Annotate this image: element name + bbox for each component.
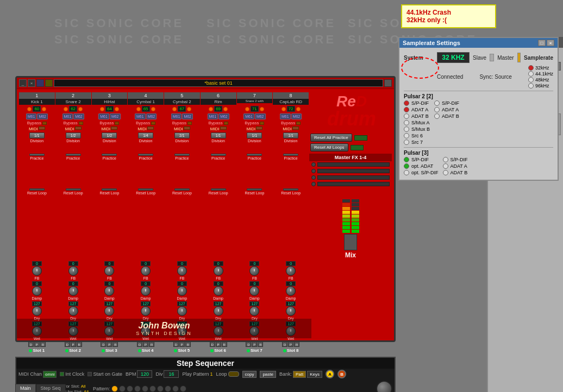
ch3-dry-knob[interactable] [104,306,114,316]
fx4-slider[interactable] [317,182,390,186]
ch3-bypass-led[interactable] [115,122,119,125]
pdot-3[interactable] [127,385,133,392]
p2r-adat-a-radio[interactable] [434,107,440,112]
ch2-m62[interactable]: M62 [73,113,84,119]
p2-spdif-radio[interactable] [404,100,409,106]
ch1-m62[interactable]: M62 [37,113,48,119]
ch6-p-btn[interactable]: P [216,342,221,347]
ch5-m61[interactable]: M61 [171,113,182,119]
ch1-d-btn[interactable]: D [28,342,34,347]
ch3-practice-btn[interactable] [102,154,117,156]
reset-all-loops-btn[interactable]: Reset All Loops [310,143,348,151]
p2r-spdif-radio[interactable] [434,100,440,106]
ch3-p-btn[interactable]: P [107,342,112,347]
ch8-bypass-led[interactable] [296,122,301,125]
bank-b-btn[interactable]: B [337,370,346,378]
pdot-8[interactable] [165,385,171,392]
ch8-division-btn[interactable]: 1/1 [283,132,298,138]
bank-a-btn[interactable]: A [326,370,334,378]
ch4-reset-loop-btn[interactable] [138,188,153,191]
ch8-r-btn[interactable]: R [294,342,299,347]
ch2-midi-led[interactable] [75,127,82,130]
sr-48khz-radio[interactable] [528,77,534,83]
ch4-r-btn[interactable]: R [149,342,154,347]
ch1-damp-knob[interactable] [32,286,42,296]
fx3-led[interactable] [311,175,316,180]
ch3-r-btn[interactable]: R [112,342,118,347]
ch1-dry-knob[interactable] [32,306,42,316]
p3r-spdif-radio[interactable] [443,157,448,162]
ch5-led-right[interactable] [187,107,191,111]
pdot-9[interactable] [172,385,179,392]
ch2-bypass-led[interactable] [79,122,83,125]
ch8-fb-knob[interactable] [286,266,296,276]
ch2-damp-knob[interactable] [68,286,78,296]
main-tab[interactable]: Main [15,384,36,392]
ch8-midi-led[interactable] [292,127,299,130]
ch1-bypass-led[interactable] [42,122,47,125]
slot4-led[interactable] [138,349,141,352]
ch3-m62[interactable]: M62 [110,113,121,119]
ch6-practice-btn[interactable] [211,154,226,156]
ch1-midi-led[interactable] [39,127,45,130]
ch3-division-btn[interactable]: 1/2 [102,132,117,138]
ch8-reset-loop-btn[interactable] [283,188,298,191]
ch7-led-left[interactable] [245,107,249,111]
ch4-dry-knob[interactable] [141,306,151,316]
ch4-damp-knob[interactable] [141,286,151,296]
sr-441khz-radio[interactable] [528,71,534,77]
ch7-m62[interactable]: M62 [255,113,266,119]
dm-copy-icon[interactable] [36,79,44,87]
pdot-2[interactable] [119,385,126,392]
ch1-reset-loop-btn[interactable] [29,188,45,191]
ch1-m61[interactable]: M61 [26,113,37,119]
slot2-led[interactable] [65,349,68,352]
ch8-practice-btn[interactable] [283,154,298,156]
ch7-division-btn[interactable]: 1/1 [247,132,262,138]
p3r-adat-a-radio[interactable] [443,163,448,169]
pdot-1[interactable] [111,385,118,392]
ch5-r-btn[interactable]: R [185,342,191,347]
start-gate-check[interactable] [87,372,92,376]
ch6-dry-knob[interactable] [214,306,223,316]
seq-tempo-knob[interactable] [376,381,392,392]
ch6-reset-loop-btn[interactable] [211,188,226,191]
ch5-dry-knob[interactable] [177,306,187,316]
ch2-dry-knob[interactable] [68,306,78,316]
ch8-led-left[interactable] [282,107,286,111]
fx1-led[interactable] [311,162,316,167]
ch2-reset-loop-btn[interactable] [66,188,81,191]
ch3-damp-knob[interactable] [104,286,114,296]
ch2-m61[interactable]: M61 [62,113,73,119]
p3-spdif-radio[interactable] [404,157,409,162]
p2-smux-b-radio[interactable] [404,127,409,132]
ch3-led-left[interactable] [100,107,104,111]
ch5-damp-knob[interactable] [177,286,187,296]
dm-close-button[interactable]: × [28,79,35,87]
ch6-led-left[interactable] [209,107,213,111]
ch4-practice-btn[interactable] [138,154,153,156]
ch2-led-left[interactable] [64,107,68,111]
ch1-p-btn[interactable]: P [34,342,40,347]
ch6-damp-knob[interactable] [214,286,223,296]
keys-btn[interactable]: Keys [307,371,322,378]
p2-src7-radio[interactable] [404,140,409,145]
ch8-m62[interactable]: M62 [291,113,302,119]
ch4-division-btn[interactable]: 1/4 [138,132,153,138]
dm-menu-icon[interactable] [384,79,392,87]
p3-adat-radio[interactable] [404,163,409,169]
ch5-led-left[interactable] [172,107,177,111]
pdot-4[interactable] [134,385,141,392]
ch8-d-btn[interactable]: D [282,342,287,347]
ch3-d-btn[interactable]: D [101,342,106,347]
ch7-bypass-led[interactable] [260,122,264,125]
paste-btn[interactable]: paste [260,371,276,378]
ch6-division-btn[interactable]: 1/1 [211,132,226,138]
slot5-led[interactable] [174,349,177,352]
loop-toggle[interactable] [228,371,239,377]
ch2-practice-btn[interactable] [66,154,81,156]
ch2-d-btn[interactable]: D [65,342,70,347]
fx1-slider[interactable] [317,162,390,167]
dm-minimize-button[interactable]: _ [19,79,27,87]
ch2-r-btn[interactable]: R [77,342,82,347]
